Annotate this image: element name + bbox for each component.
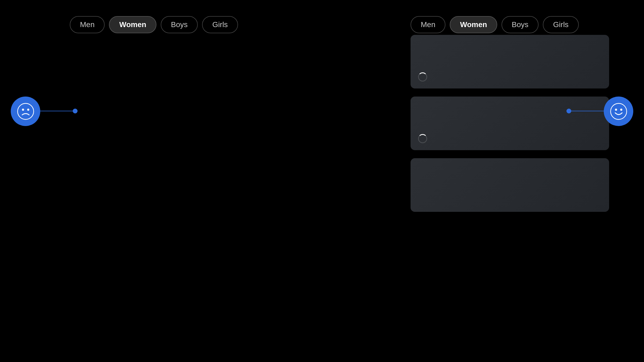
card-3 bbox=[411, 158, 609, 212]
happy-face-container bbox=[604, 97, 633, 126]
left-nav: Men Women Boys Girls bbox=[70, 16, 238, 33]
right-nav-men[interactable]: Men bbox=[411, 16, 445, 33]
spinner-1 bbox=[418, 72, 427, 81]
connector-dot-left bbox=[73, 109, 78, 113]
right-nav-girls[interactable]: Girls bbox=[543, 16, 579, 33]
happy-face-svg bbox=[610, 103, 627, 120]
left-nav-men[interactable]: Men bbox=[70, 16, 105, 33]
sad-face-svg bbox=[17, 103, 34, 120]
svg-point-5 bbox=[610, 103, 627, 119]
right-nav-boys[interactable]: Boys bbox=[502, 16, 539, 33]
left-nav-boys[interactable]: Boys bbox=[161, 16, 198, 33]
svg-point-0 bbox=[22, 109, 24, 111]
card-1 bbox=[411, 35, 609, 88]
left-nav-women[interactable]: Women bbox=[109, 16, 156, 33]
svg-point-1 bbox=[27, 109, 29, 111]
svg-point-4 bbox=[620, 109, 622, 111]
card-2 bbox=[411, 97, 609, 150]
svg-point-2 bbox=[17, 103, 34, 119]
right-nav-women[interactable]: Women bbox=[450, 16, 497, 33]
sad-face-container bbox=[11, 97, 40, 126]
spinner-2 bbox=[418, 134, 427, 143]
connector-right bbox=[569, 111, 604, 111]
happy-face-icon bbox=[604, 97, 633, 126]
cards-container bbox=[411, 35, 609, 212]
svg-point-3 bbox=[615, 109, 617, 111]
sad-face-icon bbox=[11, 97, 40, 126]
connector-left bbox=[40, 111, 75, 111]
left-nav-girls[interactable]: Girls bbox=[202, 16, 238, 33]
right-nav: Men Women Boys Girls bbox=[411, 16, 579, 33]
connector-dot-right bbox=[566, 109, 571, 113]
